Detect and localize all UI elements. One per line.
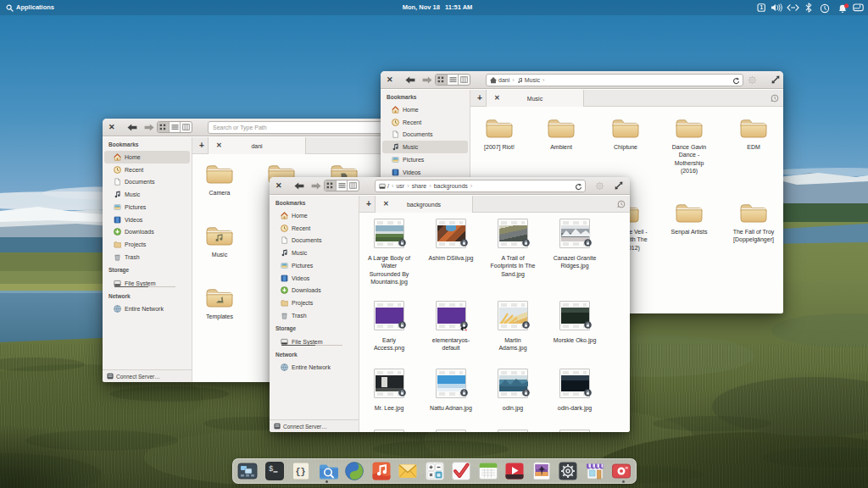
svg-text:1: 1: [760, 4, 763, 10]
svg-text:$: $: [269, 465, 274, 474]
svg-text:{}: {}: [296, 468, 306, 477]
